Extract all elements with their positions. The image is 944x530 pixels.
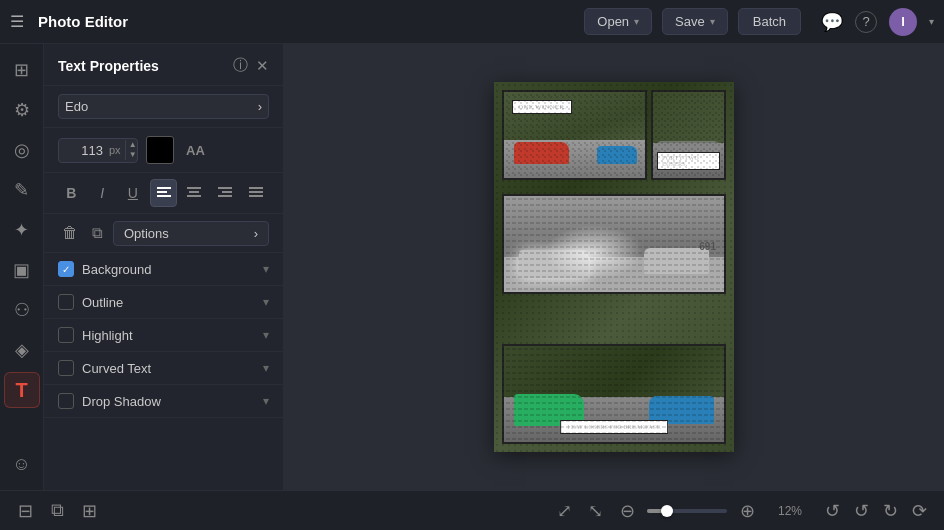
zoom-value: 12% bbox=[767, 504, 802, 518]
drop-shadow-checkbox[interactable] bbox=[58, 393, 74, 409]
italic-button[interactable]: I bbox=[89, 179, 116, 207]
sidebar-item-people[interactable]: ⚇ bbox=[4, 292, 40, 328]
size-arrows: ▲ ▼ bbox=[125, 140, 138, 160]
options-chevron-icon: › bbox=[254, 226, 258, 241]
font-row: Edo › bbox=[44, 86, 283, 128]
sidebar-item-eye[interactable]: ◎ bbox=[4, 132, 40, 168]
body: ⊞ ⚙ ◎ ✎ ✦ ▣ ⚇ ◈ T ☺ Text Properties ⓘ ✕ … bbox=[0, 44, 944, 490]
undo-icon[interactable]: ↺ bbox=[851, 497, 872, 525]
avatar[interactable]: I bbox=[889, 8, 917, 36]
grid-icon[interactable]: ⊞ bbox=[78, 496, 101, 526]
drop-shadow-label: Drop Shadow bbox=[82, 394, 263, 409]
sidebar-item-effects[interactable]: ✦ bbox=[4, 212, 40, 248]
fit-icon[interactable]: ⤢ bbox=[553, 496, 576, 526]
open-button[interactable]: Open ▾ bbox=[584, 8, 652, 35]
panel4-caption: I EAT LOSERS FOR BREAKFAST. bbox=[560, 420, 668, 434]
format-row: B I U bbox=[44, 173, 283, 214]
text-properties-panel: Text Properties ⓘ ✕ Edo › px ▲ ▼ AA bbox=[44, 44, 284, 490]
align-left-button[interactable] bbox=[150, 179, 177, 207]
delete-icon[interactable]: 🗑 bbox=[58, 220, 82, 246]
outline-checkbox[interactable] bbox=[58, 294, 74, 310]
rotate-icon[interactable]: ↺ bbox=[822, 497, 843, 525]
size-up-arrow[interactable]: ▲ bbox=[126, 140, 138, 150]
comic-image: ONE WINNER. FORTY-TWO LOSERS. bbox=[494, 82, 734, 452]
history-icon[interactable]: ⟳ bbox=[909, 497, 930, 525]
save-chevron-icon: ▾ bbox=[710, 16, 715, 27]
text-case-button[interactable]: AA bbox=[182, 141, 209, 160]
zoom-slider[interactable] bbox=[647, 509, 727, 513]
svg-rect-3 bbox=[187, 187, 201, 189]
size-down-arrow[interactable]: ▼ bbox=[126, 150, 138, 160]
align-right-button[interactable] bbox=[212, 179, 239, 207]
layers-footer-icon[interactable]: ⊟ bbox=[14, 496, 37, 526]
drop-shadow-checkbox-item[interactable]: Drop Shadow ▾ bbox=[44, 385, 283, 418]
highlight-label: Highlight bbox=[82, 328, 263, 343]
close-icon[interactable]: ✕ bbox=[256, 57, 269, 75]
comment-icon[interactable]: 💬 bbox=[821, 11, 843, 33]
zoom-in-button[interactable]: ⊕ bbox=[735, 499, 759, 523]
sidebar-item-frames[interactable]: ▣ bbox=[4, 252, 40, 288]
svg-rect-2 bbox=[157, 195, 171, 197]
highlight-chevron-icon: ▾ bbox=[263, 328, 269, 342]
zoom-out-button[interactable]: ⊖ bbox=[615, 499, 639, 523]
size-input[interactable] bbox=[59, 139, 109, 162]
curved-text-checkbox-item[interactable]: Curved Text ▾ bbox=[44, 352, 283, 385]
sidebar-item-stickers[interactable]: ☺ bbox=[4, 446, 40, 482]
size-row: px ▲ ▼ AA bbox=[44, 128, 283, 173]
svg-rect-9 bbox=[249, 187, 263, 189]
save-button[interactable]: Save ▾ bbox=[662, 8, 728, 35]
header-icons: 💬 ? I ▾ bbox=[821, 8, 934, 36]
help-icon[interactable]: ? bbox=[855, 11, 877, 33]
background-label: Background bbox=[82, 262, 263, 277]
icon-sidebar: ⊞ ⚙ ◎ ✎ ✦ ▣ ⚇ ◈ T ☺ bbox=[0, 44, 44, 490]
sidebar-item-brush[interactable]: ✎ bbox=[4, 172, 40, 208]
panel-title: Text Properties bbox=[58, 58, 225, 74]
size-input-wrap: px ▲ ▼ bbox=[58, 138, 138, 163]
open-chevron-icon: ▾ bbox=[634, 16, 639, 27]
align-center-button[interactable] bbox=[181, 179, 208, 207]
color-swatch[interactable] bbox=[146, 136, 174, 164]
batch-button[interactable]: Batch bbox=[738, 8, 801, 35]
font-selector[interactable]: Edo › bbox=[58, 94, 269, 119]
svg-rect-4 bbox=[189, 191, 199, 193]
svg-rect-1 bbox=[157, 191, 167, 193]
canvas-area[interactable]: ONE WINNER. FORTY-TWO LOSERS. bbox=[284, 44, 944, 490]
svg-rect-10 bbox=[249, 191, 263, 193]
resize-icon[interactable]: ⤡ bbox=[584, 496, 607, 526]
underline-button[interactable]: U bbox=[120, 179, 147, 207]
curved-text-chevron-icon: ▾ bbox=[263, 361, 269, 375]
sidebar-item-text[interactable]: T bbox=[4, 372, 40, 408]
background-checkbox-item[interactable]: ✓ Background ▾ bbox=[44, 253, 283, 286]
background-chevron-icon: ▾ bbox=[263, 262, 269, 276]
actions-row: 🗑 ⧉ Options › bbox=[44, 214, 283, 253]
panel2-caption: FORTY-TWO LOSERS. bbox=[657, 152, 720, 170]
header: ☰ Photo Editor Open ▾ Save ▾ Batch 💬 ? I… bbox=[0, 0, 944, 44]
avatar-chevron-icon: ▾ bbox=[929, 16, 934, 27]
comic-panel-4: I EAT LOSERS FOR BREAKFAST. bbox=[502, 344, 726, 444]
crop-icon[interactable]: ⧉ bbox=[47, 496, 68, 525]
outline-checkbox-item[interactable]: Outline ▾ bbox=[44, 286, 283, 319]
footer-right-icons: ↺ ↺ ↻ ⟳ bbox=[822, 497, 930, 525]
font-chevron-icon: › bbox=[258, 99, 262, 114]
panel1-caption: ONE WINNER. bbox=[512, 100, 572, 114]
drop-shadow-chevron-icon: ▾ bbox=[263, 394, 269, 408]
sidebar-item-layers[interactable]: ⊞ bbox=[4, 52, 40, 88]
menu-icon[interactable]: ☰ bbox=[10, 12, 24, 31]
background-checkbox[interactable]: ✓ bbox=[58, 261, 74, 277]
svg-rect-0 bbox=[157, 187, 171, 189]
sidebar-item-adjustments[interactable]: ⚙ bbox=[4, 92, 40, 128]
info-icon[interactable]: ⓘ bbox=[233, 56, 248, 75]
highlight-checkbox-item[interactable]: Highlight ▾ bbox=[44, 319, 283, 352]
sidebar-item-shapes[interactable]: ◈ bbox=[4, 332, 40, 368]
curved-text-checkbox[interactable] bbox=[58, 360, 74, 376]
svg-rect-11 bbox=[249, 195, 263, 197]
svg-rect-6 bbox=[218, 187, 232, 189]
options-button[interactable]: Options › bbox=[113, 221, 269, 246]
curved-text-label: Curved Text bbox=[82, 361, 263, 376]
duplicate-icon[interactable]: ⧉ bbox=[88, 220, 107, 246]
redo-icon[interactable]: ↻ bbox=[880, 497, 901, 525]
bold-button[interactable]: B bbox=[58, 179, 85, 207]
highlight-checkbox[interactable] bbox=[58, 327, 74, 343]
zoom-controls: ⤢ ⤡ ⊖ ⊕ 12% bbox=[553, 496, 802, 526]
align-justify-button[interactable] bbox=[242, 179, 269, 207]
